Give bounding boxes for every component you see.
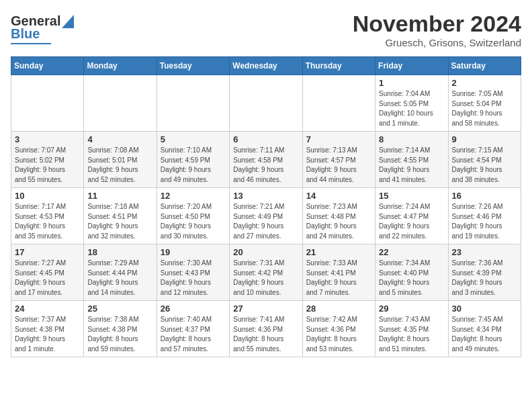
day-info: Sunrise: 7:13 AM Sunset: 4:57 PM Dayligh… — [306, 146, 371, 185]
day-number: 10 — [15, 191, 80, 201]
calendar-cell: 9Sunrise: 7:15 AM Sunset: 4:54 PM Daylig… — [448, 132, 521, 188]
day-info: Sunrise: 7:07 AM Sunset: 5:02 PM Dayligh… — [15, 146, 80, 185]
day-info: Sunrise: 7:24 AM Sunset: 4:47 PM Dayligh… — [379, 202, 444, 241]
calendar-cell: 27Sunrise: 7:41 AM Sunset: 4:36 PM Dayli… — [230, 301, 302, 357]
day-number: 28 — [306, 304, 371, 314]
day-number: 12 — [161, 191, 226, 201]
day-info: Sunrise: 7:42 AM Sunset: 4:36 PM Dayligh… — [306, 315, 371, 354]
calendar-cell: 30Sunrise: 7:45 AM Sunset: 4:34 PM Dayli… — [448, 301, 521, 357]
day-info: Sunrise: 7:38 AM Sunset: 4:38 PM Dayligh… — [87, 315, 152, 354]
day-number: 25 — [87, 304, 152, 314]
page-header: General Blue November 2024 Gruesch, Gris… — [11, 11, 521, 48]
weekday-header-sunday: Sunday — [11, 57, 84, 75]
day-number: 22 — [379, 247, 444, 257]
week-row-2: 3Sunrise: 7:07 AM Sunset: 5:02 PM Daylig… — [11, 132, 521, 188]
day-info: Sunrise: 7:15 AM Sunset: 4:54 PM Dayligh… — [452, 146, 517, 185]
calendar-cell: 16Sunrise: 7:26 AM Sunset: 4:46 PM Dayli… — [448, 188, 521, 244]
weekday-header-saturday: Saturday — [448, 57, 521, 75]
day-number: 15 — [379, 191, 444, 201]
day-number: 6 — [233, 134, 298, 144]
day-number: 29 — [379, 304, 444, 314]
calendar-cell: 5Sunrise: 7:10 AM Sunset: 4:59 PM Daylig… — [157, 132, 229, 188]
calendar-cell: 20Sunrise: 7:31 AM Sunset: 4:42 PM Dayli… — [230, 244, 302, 301]
day-info: Sunrise: 7:36 AM Sunset: 4:39 PM Dayligh… — [452, 259, 517, 298]
day-number: 20 — [233, 247, 298, 257]
weekday-header-friday: Friday — [375, 57, 448, 75]
location: Gruesch, Grisons, Switzerland — [353, 37, 521, 48]
calendar-cell: 23Sunrise: 7:36 AM Sunset: 4:39 PM Dayli… — [448, 244, 521, 301]
day-number: 5 — [161, 134, 226, 144]
calendar-cell: 29Sunrise: 7:43 AM Sunset: 4:35 PM Dayli… — [375, 301, 448, 357]
day-info: Sunrise: 7:37 AM Sunset: 4:38 PM Dayligh… — [15, 315, 80, 354]
day-number: 11 — [87, 191, 152, 201]
day-info: Sunrise: 7:29 AM Sunset: 4:44 PM Dayligh… — [87, 259, 152, 298]
calendar-cell: 2Sunrise: 7:05 AM Sunset: 5:04 PM Daylig… — [448, 75, 521, 132]
calendar-cell — [230, 75, 302, 132]
week-row-1: 1Sunrise: 7:04 AM Sunset: 5:05 PM Daylig… — [11, 75, 521, 132]
title-section: November 2024 Gruesch, Grisons, Switzerl… — [353, 11, 521, 48]
calendar-cell: 15Sunrise: 7:24 AM Sunset: 4:47 PM Dayli… — [375, 188, 448, 244]
calendar-cell: 25Sunrise: 7:38 AM Sunset: 4:38 PM Dayli… — [84, 301, 157, 357]
day-number: 19 — [161, 247, 226, 257]
day-info: Sunrise: 7:40 AM Sunset: 4:37 PM Dayligh… — [161, 315, 226, 354]
day-info: Sunrise: 7:21 AM Sunset: 4:49 PM Dayligh… — [233, 202, 298, 241]
day-number: 8 — [379, 134, 444, 144]
calendar-cell: 14Sunrise: 7:23 AM Sunset: 4:48 PM Dayli… — [302, 188, 375, 244]
week-row-4: 17Sunrise: 7:27 AM Sunset: 4:45 PM Dayli… — [11, 244, 521, 301]
calendar-cell: 3Sunrise: 7:07 AM Sunset: 5:02 PM Daylig… — [11, 132, 84, 188]
day-info: Sunrise: 7:04 AM Sunset: 5:05 PM Dayligh… — [379, 89, 444, 128]
logo: General Blue — [11, 13, 74, 44]
calendar-cell: 10Sunrise: 7:17 AM Sunset: 4:53 PM Dayli… — [11, 188, 84, 244]
weekday-header-thursday: Thursday — [302, 57, 375, 75]
day-number: 9 — [452, 134, 517, 144]
calendar-table: SundayMondayTuesdayWednesdayThursdayFrid… — [11, 56, 521, 357]
weekday-header-row: SundayMondayTuesdayWednesdayThursdayFrid… — [11, 57, 521, 75]
day-number: 23 — [452, 247, 517, 257]
day-number: 30 — [452, 304, 517, 314]
day-number: 1 — [379, 78, 444, 88]
day-info: Sunrise: 7:08 AM Sunset: 5:01 PM Dayligh… — [87, 146, 152, 185]
calendar-cell: 19Sunrise: 7:30 AM Sunset: 4:43 PM Dayli… — [157, 244, 229, 301]
day-info: Sunrise: 7:10 AM Sunset: 4:59 PM Dayligh… — [161, 146, 226, 185]
weekday-header-wednesday: Wednesday — [230, 57, 302, 75]
day-info: Sunrise: 7:33 AM Sunset: 4:41 PM Dayligh… — [306, 259, 371, 298]
week-row-5: 24Sunrise: 7:37 AM Sunset: 4:38 PM Dayli… — [11, 301, 521, 357]
calendar-cell: 4Sunrise: 7:08 AM Sunset: 5:01 PM Daylig… — [84, 132, 157, 188]
day-number: 2 — [452, 78, 517, 88]
day-number: 24 — [15, 304, 80, 314]
day-info: Sunrise: 7:14 AM Sunset: 4:55 PM Dayligh… — [379, 146, 444, 185]
calendar-cell: 6Sunrise: 7:11 AM Sunset: 4:58 PM Daylig… — [230, 132, 302, 188]
logo-triangle-icon — [62, 15, 74, 28]
calendar-cell: 7Sunrise: 7:13 AM Sunset: 4:57 PM Daylig… — [302, 132, 375, 188]
logo-line — [11, 43, 51, 44]
calendar-cell: 18Sunrise: 7:29 AM Sunset: 4:44 PM Dayli… — [84, 244, 157, 301]
calendar-cell: 21Sunrise: 7:33 AM Sunset: 4:41 PM Dayli… — [302, 244, 375, 301]
day-number: 18 — [87, 247, 152, 257]
calendar-cell — [11, 75, 84, 132]
calendar-cell — [84, 75, 157, 132]
calendar-cell: 24Sunrise: 7:37 AM Sunset: 4:38 PM Dayli… — [11, 301, 84, 357]
calendar-cell: 1Sunrise: 7:04 AM Sunset: 5:05 PM Daylig… — [375, 75, 448, 132]
day-info: Sunrise: 7:26 AM Sunset: 4:46 PM Dayligh… — [452, 202, 517, 241]
day-number: 14 — [306, 191, 371, 201]
day-info: Sunrise: 7:17 AM Sunset: 4:53 PM Dayligh… — [15, 202, 80, 241]
day-info: Sunrise: 7:11 AM Sunset: 4:58 PM Dayligh… — [233, 146, 298, 185]
weekday-header-monday: Monday — [84, 57, 157, 75]
calendar-cell: 13Sunrise: 7:21 AM Sunset: 4:49 PM Dayli… — [230, 188, 302, 244]
calendar-cell: 26Sunrise: 7:40 AM Sunset: 4:37 PM Dayli… — [157, 301, 229, 357]
day-info: Sunrise: 7:31 AM Sunset: 4:42 PM Dayligh… — [233, 259, 298, 298]
svg-marker-0 — [62, 15, 74, 28]
calendar-cell — [302, 75, 375, 132]
day-info: Sunrise: 7:43 AM Sunset: 4:35 PM Dayligh… — [379, 315, 444, 354]
logo-blue: Blue — [11, 26, 40, 42]
day-number: 13 — [233, 191, 298, 201]
day-number: 26 — [161, 304, 226, 314]
day-number: 3 — [15, 134, 80, 144]
month-title: November 2024 — [353, 11, 521, 37]
day-info: Sunrise: 7:23 AM Sunset: 4:48 PM Dayligh… — [306, 202, 371, 241]
calendar-cell — [157, 75, 229, 132]
day-number: 4 — [87, 134, 152, 144]
day-info: Sunrise: 7:18 AM Sunset: 4:51 PM Dayligh… — [87, 202, 152, 241]
weekday-header-tuesday: Tuesday — [157, 57, 229, 75]
day-number: 21 — [306, 247, 371, 257]
